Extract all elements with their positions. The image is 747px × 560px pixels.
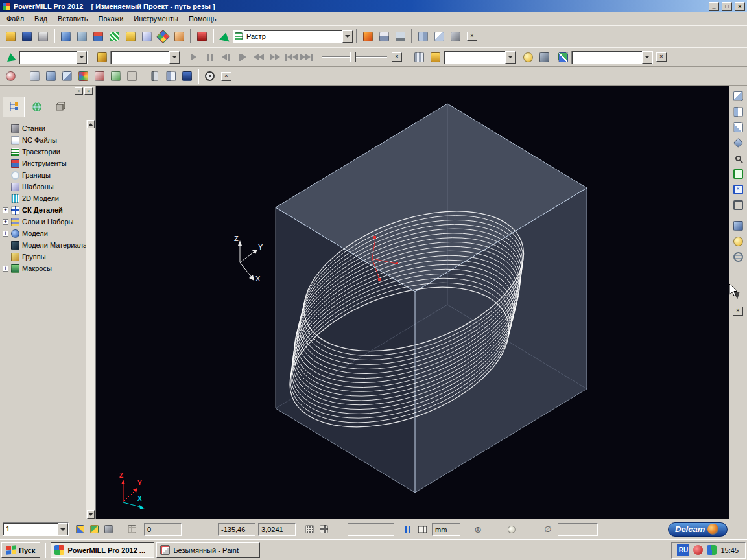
clip-plane-button[interactable]: [147, 69, 163, 84]
workplane-edit-icon[interactable]: [101, 523, 115, 536]
tree-item-macros[interactable]: + Макросы: [3, 262, 93, 274]
explorer-close-button[interactable]: ×: [84, 88, 93, 95]
slider-thumb[interactable]: [350, 52, 356, 62]
go-to-start-button[interactable]: [283, 49, 299, 65]
calculator-button[interactable]: [376, 29, 392, 44]
shaded-block-button[interactable]: [730, 218, 746, 233]
menu-view[interactable]: Вид: [29, 14, 53, 24]
explorer-float-button[interactable]: ▫: [75, 88, 83, 95]
tab-web[interactable]: [26, 97, 48, 117]
step-forward-button[interactable]: [234, 49, 250, 65]
fast-forward-button[interactable]: [267, 49, 283, 65]
tree-item-stock-models[interactable]: Модели Материала: [3, 239, 93, 251]
start-button[interactable]: Пуск: [1, 542, 40, 558]
workplane-combo[interactable]: 1: [3, 522, 69, 536]
expand-icon[interactable]: +: [3, 266, 8, 272]
crosshair-icon[interactable]: ⊕: [471, 523, 485, 536]
tool-combo-dropdown[interactable]: [169, 51, 180, 64]
maximize-button[interactable]: □: [722, 2, 732, 11]
zoom-box-button[interactable]: ×: [730, 182, 746, 197]
refresh-view-button[interactable]: [730, 198, 746, 213]
pause-button[interactable]: [202, 49, 218, 65]
tab-help[interactable]: [49, 97, 71, 117]
status-lamp-icon[interactable]: [504, 523, 519, 536]
compare-button[interactable]: [163, 69, 179, 84]
viewmill-exit-button[interactable]: [3, 69, 19, 84]
nc-program-button[interactable]: [123, 29, 139, 44]
tree-item-tools[interactable]: Инструменты: [3, 158, 93, 169]
axis-position-button[interactable]: [555, 49, 571, 65]
machine-toolbar-close-button[interactable]: ×: [656, 52, 667, 62]
minimize-button[interactable]: _: [709, 2, 719, 11]
menu-help[interactable]: Помощь: [184, 14, 222, 24]
nc-position-dropdown[interactable]: [642, 51, 652, 64]
snapshot-save-button[interactable]: [179, 69, 195, 84]
shading-lamp-button[interactable]: [520, 49, 536, 65]
explorer-scrollbar[interactable]: [86, 120, 95, 519]
simulation-speed-slider[interactable]: [320, 51, 388, 64]
nc-position-combo[interactable]: [571, 51, 653, 64]
machine-sim-button[interactable]: [536, 49, 552, 65]
task-paint[interactable]: Безымянный - Paint: [156, 542, 260, 558]
rainbow-view-button[interactable]: [75, 69, 91, 84]
shaded-view-button[interactable]: [43, 69, 59, 84]
wireframe-view-button[interactable]: [27, 69, 43, 84]
model-button[interactable]: [58, 29, 74, 44]
menu-file[interactable]: Файл: [1, 14, 29, 24]
open-machine-button[interactable]: [427, 49, 444, 65]
scroll-down-icon[interactable]: [87, 510, 95, 519]
view-top-button[interactable]: [730, 89, 746, 104]
zoom-button[interactable]: [730, 151, 746, 166]
snap-grid-icon[interactable]: [302, 523, 316, 536]
task-powermill[interactable]: PowerMILL Pro 2012 ...: [51, 542, 154, 558]
thickness-view-button[interactable]: [108, 69, 124, 84]
save-project-button[interactable]: [19, 29, 35, 44]
rewind-button[interactable]: [250, 49, 267, 65]
expand-icon[interactable]: +: [3, 219, 8, 225]
window-tile-button[interactable]: [415, 29, 431, 44]
menu-insert[interactable]: Вставить: [53, 14, 93, 24]
antivirus-tray-icon[interactable]: [693, 545, 703, 555]
tree-item-boundaries[interactable]: Границы: [3, 169, 93, 181]
tool-edit-button[interactable]: [94, 49, 110, 65]
window-cascade-button[interactable]: [431, 29, 447, 44]
zoom-to-fit-button[interactable]: [730, 167, 746, 181]
machine-tool-dropdown[interactable]: [505, 51, 516, 64]
tree-item-levels-sets[interactable]: + Слои и Наборы: [3, 216, 93, 228]
tool-combo[interactable]: [110, 51, 180, 64]
tree-item-workplanes[interactable]: + СК Деталей: [3, 204, 93, 216]
tree-item-machines[interactable]: Станки: [3, 122, 93, 134]
leads-button[interactable]: [171, 29, 187, 44]
drill-button[interactable]: [194, 29, 210, 44]
tab-explorer-tree[interactable]: [3, 97, 25, 117]
views-toolbar-close-button[interactable]: ×: [733, 307, 743, 316]
ruler-icon[interactable]: [415, 523, 429, 536]
tool-button[interactable]: [90, 29, 106, 44]
pattern-button[interactable]: [139, 29, 155, 44]
monitor-button[interactable]: [392, 29, 409, 44]
view-toolbar-close-button[interactable]: ×: [221, 72, 231, 81]
no-image-view-button[interactable]: [124, 69, 140, 84]
lamp-button[interactable]: [730, 234, 746, 249]
view-front-button[interactable]: [730, 104, 746, 119]
language-indicator[interactable]: RU: [677, 544, 689, 556]
strategy-combo-dropdown[interactable]: [342, 30, 353, 43]
open-project-button[interactable]: [3, 29, 19, 44]
workplane-combo-dropdown[interactable]: [58, 523, 68, 535]
tree-item-groups[interactable]: Группы: [3, 251, 93, 262]
view-side-button[interactable]: [730, 120, 746, 135]
tree-item-models[interactable]: + Модели: [3, 228, 93, 239]
tree-item-nc-files[interactable]: NC Файлы: [3, 134, 93, 146]
expand-icon[interactable]: +: [3, 231, 8, 237]
app-tray-icon[interactable]: [707, 545, 717, 555]
machine-tool-combo[interactable]: [444, 51, 516, 64]
simulation-toolbar-close-button[interactable]: ×: [392, 52, 402, 62]
delcam-exchange-button[interactable]: [217, 29, 233, 44]
print-button[interactable]: [35, 29, 51, 44]
tree-item-2d-models[interactable]: 2D Модели: [3, 192, 93, 204]
close-button[interactable]: ×: [735, 2, 745, 11]
feature-button[interactable]: [155, 29, 171, 44]
tree-item-patterns[interactable]: Шаблоны: [3, 181, 93, 192]
expand-icon[interactable]: +: [3, 207, 8, 213]
simulation-icon-button[interactable]: [3, 49, 19, 65]
